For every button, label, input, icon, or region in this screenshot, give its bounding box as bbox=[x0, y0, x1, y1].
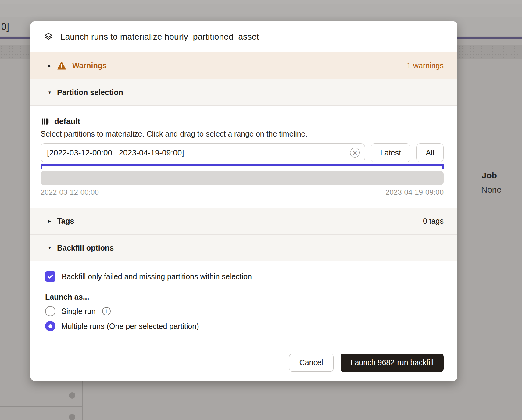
backfill-only-failed-label: Backfill only failed and missing partiti… bbox=[62, 272, 252, 281]
bg-table-row-divider bbox=[457, 208, 522, 208]
bg-status-dot bbox=[69, 392, 75, 399]
timeline-end-date: 2023-04-19-09:00 bbox=[385, 188, 444, 197]
dialog-header: Launch runs to materialize hourly_partit… bbox=[30, 21, 457, 52]
warnings-section-toggle[interactable]: ▶ Warnings 1 warnings bbox=[30, 52, 457, 79]
partition-selection-content: default Select partitions to materialize… bbox=[30, 106, 457, 208]
partition-range-input[interactable] bbox=[41, 143, 365, 162]
chevron-down-icon: ▼ bbox=[47, 246, 52, 250]
partition-icon bbox=[41, 117, 49, 126]
bg-table-row-divider bbox=[457, 161, 522, 161]
warning-triangle-icon bbox=[57, 62, 66, 70]
warnings-count: 1 warnings bbox=[407, 61, 444, 70]
cancel-button[interactable]: Cancel bbox=[289, 354, 334, 372]
dimension-name: default bbox=[54, 117, 80, 126]
checkbox-checked-icon[interactable] bbox=[45, 271, 55, 282]
bg-toolbar-band bbox=[0, 4, 522, 17]
info-icon[interactable]: i bbox=[102, 307, 111, 315]
dialog-footer: Cancel Launch 9682-run backfill bbox=[30, 344, 457, 381]
backfill-options-label: Backfill options bbox=[57, 244, 114, 252]
partition-range-row: ✕ Latest All bbox=[41, 143, 444, 162]
dialog-title: Launch runs to materialize hourly_partit… bbox=[60, 32, 259, 42]
radio-unselected-icon[interactable] bbox=[45, 306, 55, 316]
bg-table-row-divider bbox=[0, 362, 30, 362]
partition-selection-section-toggle[interactable]: ▼ Partition selection bbox=[30, 79, 457, 106]
all-button[interactable]: All bbox=[416, 143, 444, 162]
multiple-runs-radio-row[interactable]: Multiple runs (One per selected partitio… bbox=[45, 321, 444, 331]
bg-table-column-divider bbox=[82, 381, 83, 420]
launch-as-label: Launch as... bbox=[45, 293, 444, 301]
bg-table-row-divider bbox=[0, 406, 82, 407]
single-run-label: Single run bbox=[61, 307, 96, 316]
latest-button[interactable]: Latest bbox=[371, 143, 410, 162]
backfill-options-section-toggle[interactable]: ▼ Backfill options bbox=[30, 234, 457, 261]
chevron-down-icon: ▼ bbox=[47, 90, 52, 95]
timeline-date-labels: 2022-03-12-00:00 2023-04-19-09:00 bbox=[41, 188, 444, 197]
chevron-right-icon: ▶ bbox=[47, 63, 52, 68]
partition-timeline[interactable] bbox=[41, 171, 444, 185]
partition-selection-description: Select partitions to materialize. Click … bbox=[41, 130, 444, 138]
bg-top-band bbox=[0, 0, 522, 4]
partition-selection-label: Partition selection bbox=[57, 88, 123, 97]
selection-range-bracket bbox=[41, 164, 444, 169]
backfill-options-content: Backfill only failed and missing partiti… bbox=[30, 261, 457, 344]
tags-section-toggle[interactable]: ▶ Tags 0 tags bbox=[30, 208, 457, 234]
materialize-layers-icon bbox=[43, 32, 54, 42]
timeline-start-date: 2022-03-12-00:00 bbox=[41, 188, 99, 197]
multiple-runs-label: Multiple runs (One per selected partitio… bbox=[61, 322, 199, 331]
radio-selected-icon[interactable] bbox=[45, 321, 55, 331]
clear-selection-icon[interactable]: ✕ bbox=[350, 148, 360, 158]
single-run-radio-row[interactable]: Single run i bbox=[45, 306, 444, 316]
bg-truncated-filter-text: 0] bbox=[1, 21, 9, 32]
job-column-header: Job bbox=[482, 171, 497, 180]
chevron-right-icon: ▶ bbox=[47, 219, 52, 223]
bg-table-row-divider bbox=[0, 384, 82, 384]
tags-count: 0 tags bbox=[423, 217, 444, 226]
job-column-value: None bbox=[481, 185, 502, 195]
bg-status-dot bbox=[69, 414, 75, 420]
launch-backfill-button[interactable]: Launch 9682-run backfill bbox=[341, 354, 444, 372]
launch-backfill-dialog: Launch runs to materialize hourly_partit… bbox=[30, 21, 457, 381]
tags-label: Tags bbox=[57, 217, 74, 226]
dimension-row: default bbox=[41, 117, 444, 126]
partition-range-input-wrap: ✕ bbox=[41, 143, 365, 162]
backfill-only-failed-checkbox-row[interactable]: Backfill only failed and missing partiti… bbox=[45, 271, 444, 282]
warnings-label: Warnings bbox=[72, 61, 107, 70]
